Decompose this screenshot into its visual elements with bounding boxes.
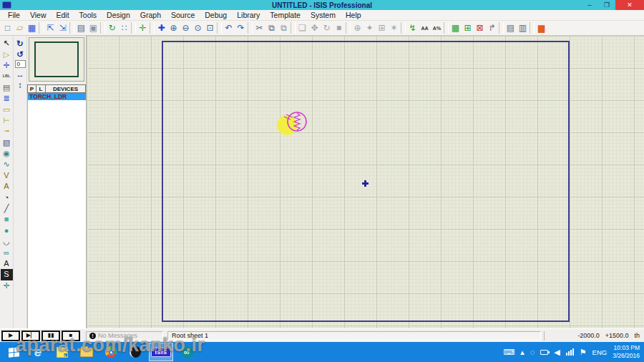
block-copy-button[interactable]: ❏: [296, 22, 308, 34]
current-probe-mode-tool[interactable]: A: [1, 181, 13, 192]
new-sheet-button[interactable]: ⊞: [462, 22, 474, 34]
menu-item[interactable]: Debug: [200, 11, 232, 19]
wire-label-mode-tool[interactable]: LBL: [1, 71, 13, 82]
step-button[interactable]: ▶▏: [21, 331, 40, 341]
buses-mode-tool[interactable]: ≣: [1, 93, 13, 104]
tape-recorder-mode-tool[interactable]: ◉: [1, 148, 13, 159]
print-button[interactable]: ▤: [75, 22, 87, 34]
rotation-angle-field[interactable]: 0: [15, 60, 26, 68]
zoom-all-button[interactable]: ⊙: [192, 22, 204, 34]
speaker-icon[interactable]: ◀: [554, 348, 560, 356]
taskbar-file-explorer[interactable]: [76, 343, 97, 361]
electrical-rule-check-button[interactable]: ▥: [517, 22, 529, 34]
device-list-item[interactable]: TORCH_LDR: [28, 93, 86, 100]
menu-item[interactable]: File: [3, 11, 25, 19]
start-button[interactable]: [3, 343, 24, 361]
pause-button[interactable]: ▮▮: [42, 331, 60, 341]
toggle-grid-button[interactable]: ∷: [118, 22, 130, 34]
goto-sheet-button[interactable]: ↱: [486, 22, 498, 34]
generator-mode-tool[interactable]: ∿: [1, 159, 13, 170]
menu-item[interactable]: Graph: [135, 11, 166, 19]
undo-button[interactable]: ↶: [223, 22, 235, 34]
touch-keyboard-icon[interactable]: ⌨: [503, 348, 514, 356]
zoom-in-button[interactable]: ⊕: [167, 22, 180, 34]
taskbar-isis-active[interactable]: isis: [149, 343, 173, 361]
open-file-button[interactable]: ▱: [14, 22, 26, 34]
bill-of-materials-button[interactable]: ▤: [504, 22, 517, 34]
battery-icon[interactable]: [540, 350, 548, 355]
torch-ldr-component[interactable]: [275, 107, 316, 140]
mark-output-area-button[interactable]: ▣: [87, 22, 99, 34]
copy-button[interactable]: ⧉: [265, 22, 278, 34]
terminals-mode-tool[interactable]: ⊢: [1, 115, 13, 126]
paste-button[interactable]: ⧉: [278, 22, 290, 34]
minimize-button[interactable]: –: [581, 0, 598, 10]
menu-item[interactable]: View: [25, 11, 52, 19]
zoom-out-button[interactable]: ⊖: [180, 22, 192, 34]
overview-window[interactable]: [29, 37, 84, 82]
language-indicator[interactable]: ENG: [592, 348, 608, 356]
2d-circle-tool[interactable]: ●: [1, 225, 13, 236]
action-center-flag-icon[interactable]: ⚑: [580, 348, 587, 356]
device-pins-mode-tool[interactable]: ╼: [1, 126, 13, 137]
menu-item[interactable]: System: [306, 11, 341, 19]
taskbar-chrome[interactable]: [100, 343, 122, 361]
rotate-anticlockwise-icon[interactable]: ↺: [14, 49, 26, 59]
mirror-vertical-icon[interactable]: ↕: [14, 79, 26, 90]
network-signal-icon[interactable]: [566, 348, 574, 356]
component-mode-tool[interactable]: ▷: [1, 49, 13, 59]
taskbar-clock[interactable]: 10:03 PM 3/26/2016: [613, 344, 640, 359]
2d-path-tool[interactable]: ∞: [1, 247, 13, 258]
2d-text-tool[interactable]: A: [1, 258, 13, 269]
property-assignment-button[interactable]: A%: [431, 22, 443, 34]
menu-item[interactable]: Library: [232, 11, 265, 19]
export-section-button[interactable]: ⇲: [57, 22, 69, 34]
remove-sheet-button[interactable]: ⊠: [474, 22, 486, 34]
search-tag-button[interactable]: AA: [419, 22, 431, 34]
menu-item[interactable]: Edit: [52, 11, 74, 19]
tray-circle-icon[interactable]: ◌: [530, 348, 535, 356]
show-hidden-icons-chevron[interactable]: ▴: [520, 348, 525, 356]
import-section-button[interactable]: ⇱: [44, 22, 57, 34]
voltage-probe-mode-tool[interactable]: V: [1, 170, 13, 181]
wire-autorouter-button[interactable]: ↯: [406, 22, 419, 34]
selection-mode-tool[interactable]: ↖: [1, 38, 13, 49]
save-file-button[interactable]: ▦: [26, 22, 38, 34]
graph-mode-tool[interactable]: ▧: [1, 137, 13, 148]
2d-marker-tool[interactable]: ✛: [1, 280, 13, 291]
cut-button[interactable]: ✂: [253, 22, 265, 34]
play-button[interactable]: ▶: [1, 331, 20, 341]
false-origin-button[interactable]: ✛: [137, 22, 149, 34]
2d-arc-tool[interactable]: ◡: [1, 236, 13, 247]
close-button[interactable]: ✕: [615, 0, 644, 10]
redo-button[interactable]: ↷: [235, 22, 247, 34]
redraw-button[interactable]: ↻: [106, 22, 118, 34]
2d-line-tool[interactable]: ╱: [1, 203, 13, 214]
2d-box-tool[interactable]: ■: [1, 214, 13, 225]
library-manager-button[interactable]: L: [36, 84, 46, 93]
2d-symbol-tool[interactable]: S: [1, 269, 13, 280]
junction-dot-mode-tool[interactable]: ✛: [1, 60, 13, 71]
taskbar-sticky-notes[interactable]: [52, 343, 73, 361]
restore-button[interactable]: ❐: [598, 0, 615, 10]
menu-item[interactable]: Design: [102, 11, 135, 19]
text-script-mode-tool[interactable]: ▤: [1, 82, 13, 93]
menu-item[interactable]: Help: [341, 11, 366, 19]
mirror-horizontal-icon[interactable]: ↔: [14, 69, 26, 79]
subcircuit-mode-tool[interactable]: ▭: [1, 104, 13, 114]
design-explorer-button[interactable]: ▦: [449, 22, 462, 34]
stop-button[interactable]: ■: [62, 331, 80, 341]
zoom-area-button[interactable]: ⊡: [204, 22, 216, 34]
rotate-clockwise-icon[interactable]: ↻: [14, 38, 26, 49]
block-delete-button[interactable]: ■: [333, 22, 345, 34]
block-rotate-button[interactable]: ↻: [321, 22, 333, 34]
taskbar-internet-explorer[interactable]: e: [27, 343, 49, 361]
pick-parts-button[interactable]: ⊕: [351, 22, 364, 34]
decompose-button[interactable]: ✶: [388, 22, 400, 34]
block-move-button[interactable]: ✥: [308, 22, 321, 34]
make-device-button[interactable]: ✦: [364, 22, 376, 34]
virtual-instruments-mode-tool[interactable]: ◔: [1, 192, 13, 202]
menu-item[interactable]: Template: [265, 11, 306, 19]
taskbar-arduino[interactable]: ∞: [176, 343, 197, 361]
schematic-canvas[interactable]: [87, 36, 644, 328]
